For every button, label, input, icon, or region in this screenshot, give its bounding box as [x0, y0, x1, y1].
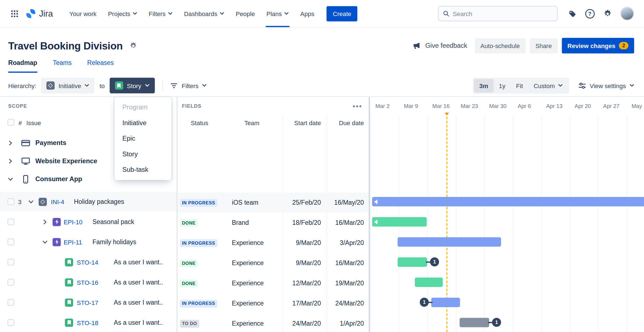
gantt-bar-STO-14[interactable] [398, 257, 427, 267]
scope-row-STO-14[interactable]: STO-14As a user I want.. [0, 252, 177, 272]
zoom-1y[interactable]: 1y [494, 79, 511, 92]
issue-key[interactable]: STO-16 [77, 279, 98, 286]
due-date-cell[interactable]: 24/Mar/20 [326, 299, 369, 307]
due-date-cell[interactable]: 3/Apr/20 [326, 239, 369, 247]
team-cell[interactable]: Brand [222, 219, 282, 226]
tag-icon[interactable] [566, 7, 579, 20]
gantt-bar-STO-18[interactable] [460, 318, 489, 327]
issue-summary[interactable]: As a user I want.. [114, 259, 163, 266]
nav-item-people[interactable]: People [230, 0, 260, 27]
hierarchy-from-dropdown[interactable]: Initiative [41, 78, 95, 93]
nav-item-dashboards[interactable]: Dashboards [178, 0, 230, 27]
status-badge[interactable]: DONE [180, 279, 198, 287]
dependency-count-badge[interactable]: 1 [430, 257, 439, 267]
view-settings-button[interactable]: View settings [578, 81, 634, 89]
scope-row-STO-18[interactable]: STO-18As a user I want.. [0, 312, 177, 332]
issue-key[interactable]: STO-14 [77, 259, 98, 265]
expand-chevron[interactable] [42, 239, 48, 245]
due-date-cell[interactable]: 19/Mar/20 [326, 279, 369, 287]
due-date-cell[interactable]: 1/Apr/20 [326, 320, 369, 327]
create-button[interactable]: Create [327, 6, 358, 21]
start-date-cell[interactable]: 17/Mar/20 [282, 299, 326, 307]
issue-summary[interactable]: Family holidays [92, 238, 136, 246]
team-cell[interactable]: Experience [222, 279, 282, 287]
nav-item-filters[interactable]: Filters [143, 0, 178, 27]
scope-row-EPI-11[interactable]: EPI-11Family holidays [0, 232, 177, 252]
issue-summary[interactable]: Seasonal pack [92, 218, 134, 226]
row-checkbox[interactable] [7, 238, 14, 245]
expand-chevron[interactable] [7, 158, 13, 164]
start-date-cell[interactable]: 24/Mar/20 [282, 320, 326, 327]
scope-row-EPI-10[interactable]: EPI-10Seasonal pack [0, 212, 177, 232]
row-checkbox[interactable] [7, 198, 14, 205]
tab-releases[interactable]: Releases [87, 59, 114, 72]
tab-teams[interactable]: Teams [53, 59, 71, 72]
column-header-start date[interactable]: Start date [282, 119, 326, 126]
zoom-fit[interactable]: Fit [511, 79, 528, 92]
issue-summary[interactable]: As a user I want.. [114, 278, 163, 286]
issue-key[interactable]: EPI-10 [64, 218, 83, 225]
row-checkbox[interactable] [7, 218, 14, 225]
gantt-bar-STO-16[interactable] [415, 278, 443, 287]
column-header-team[interactable]: Team [222, 119, 282, 126]
status-badge[interactable]: IN PROGRESS [180, 299, 217, 307]
dependency-count-badge[interactable]: 1 [492, 318, 501, 327]
status-badge[interactable]: TO DO [180, 320, 199, 327]
dropdown-item-initiative[interactable]: Initiative [114, 115, 172, 131]
give-feedback-button[interactable]: Give feedback [413, 41, 467, 50]
gantt-bar-STO-17[interactable] [431, 298, 460, 307]
issue-summary[interactable]: As a user I want.. [114, 319, 163, 326]
row-checkbox[interactable] [7, 319, 14, 326]
tab-roadmap[interactable]: Roadmap [8, 59, 37, 73]
team-cell[interactable]: Experience [222, 299, 282, 307]
issue-key[interactable]: STO-18 [77, 319, 98, 326]
team-cell[interactable]: iOS team [222, 199, 282, 206]
help-icon[interactable]: ? [583, 7, 597, 20]
start-date-cell[interactable]: 9/Mar/20 [282, 239, 326, 247]
filters-button[interactable]: Filters [170, 81, 207, 89]
auto-schedule-button[interactable]: Auto-schedule [475, 38, 525, 53]
nav-item-plans[interactable]: Plans [261, 0, 295, 27]
hierarchy-to-dropdown[interactable]: Story [110, 78, 155, 93]
issue-key[interactable]: STO-17 [77, 299, 98, 306]
start-date-cell[interactable]: 12/Mar/20 [282, 279, 326, 287]
select-all-checkbox[interactable] [7, 119, 14, 126]
issue-key[interactable]: EPI-11 [64, 238, 82, 245]
scope-row-STO-16[interactable]: STO-16As a user I want.. [0, 272, 177, 292]
jira-logo[interactable]: Jira [25, 8, 53, 19]
dropdown-item-epic[interactable]: Epic [114, 131, 172, 146]
due-date-cell[interactable]: 16/Mar/20 [326, 259, 369, 267]
search-input[interactable] [453, 10, 553, 17]
app-switcher-icon[interactable] [7, 7, 22, 21]
expand-chevron[interactable] [7, 176, 14, 182]
zoom-3m[interactable]: 3m [474, 79, 494, 92]
start-date-cell[interactable]: 25/Feb/20 [282, 199, 326, 206]
start-date-cell[interactable]: 18/Feb/20 [282, 219, 326, 226]
status-badge[interactable]: DONE [180, 259, 198, 267]
nav-item-apps[interactable]: Apps [295, 0, 320, 27]
team-cell[interactable]: Experience [222, 320, 282, 327]
dropdown-item-story[interactable]: Story [114, 146, 172, 162]
issue-key[interactable]: INI-4 [51, 198, 64, 205]
scope-row-STO-17[interactable]: STO-17As a user I want.. [0, 292, 177, 312]
row-checkbox[interactable] [7, 259, 14, 265]
review-changes-button[interactable]: Review changes 2 [562, 38, 634, 54]
column-header-due date[interactable]: Due date [326, 119, 369, 126]
settings-gear-icon[interactable] [601, 7, 614, 20]
row-checkbox[interactable] [7, 299, 14, 306]
share-button[interactable]: Share [530, 38, 558, 53]
global-search[interactable] [438, 6, 558, 22]
gantt-bar-EPI-11[interactable] [398, 237, 501, 247]
status-badge[interactable]: IN PROGRESS [180, 199, 217, 207]
expand-chevron[interactable] [42, 219, 48, 225]
dropdown-item-sub-task[interactable]: Sub-task [114, 162, 172, 178]
nav-item-projects[interactable]: Projects [102, 0, 143, 27]
plan-settings-gear-icon[interactable] [129, 41, 137, 50]
zoom-custom[interactable]: Custom [528, 79, 568, 92]
row-checkbox[interactable] [7, 279, 14, 286]
start-date-cell[interactable]: 9/Mar/20 [282, 259, 326, 267]
user-avatar[interactable] [620, 7, 634, 21]
expand-chevron[interactable] [28, 199, 34, 205]
issue-summary[interactable]: As a user I want.. [114, 299, 163, 306]
due-date-cell[interactable]: 16/May/20 [326, 199, 369, 206]
